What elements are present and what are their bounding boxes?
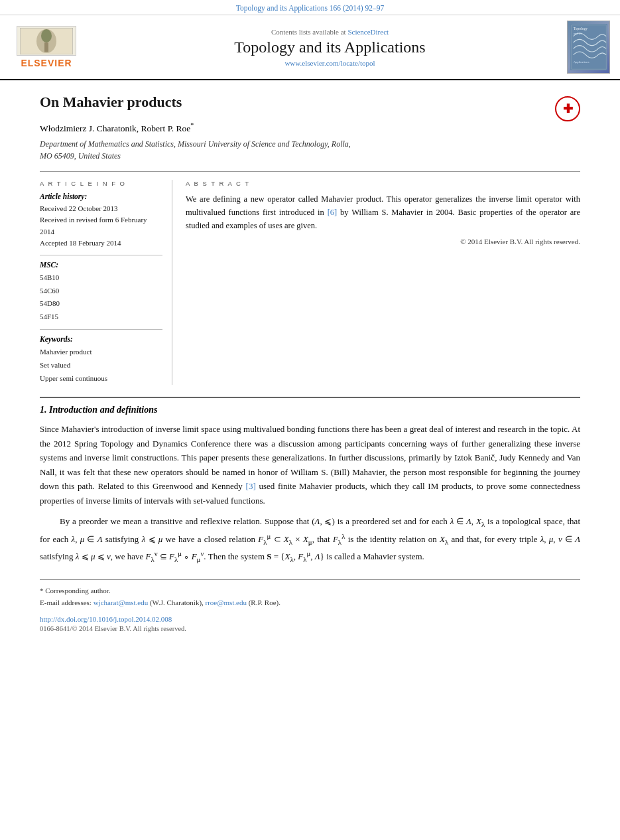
section-1-heading: 1. Introduction and definitions (40, 397, 580, 415)
journal-center: Contents lists available at ScienceDirec… (93, 28, 567, 67)
footnote-area: * Corresponding author. E-mail addresses… (40, 579, 580, 608)
keyword-1: Mahavier product (40, 346, 162, 359)
msc-codes: 54B10 54C60 54D80 54F15 (40, 271, 162, 324)
abstract-text: We are defining a new operator called Ma… (186, 192, 580, 232)
msc-code-3: 54D80 (40, 297, 162, 311)
email-label: E-mail addresses: (40, 598, 92, 606)
footnote-star: * Corresponding author. (40, 585, 580, 597)
svg-point-2 (41, 29, 52, 42)
svg-text:and its: and its (573, 32, 581, 35)
science-direct-link[interactable]: ScienceDirect (347, 28, 389, 36)
msc-code-4: 54F15 (40, 311, 162, 324)
msc-label: MSC: (40, 261, 162, 269)
abstract-column: A B S T R A C T We are defining a new op… (186, 180, 580, 385)
crossmark-icon: ✚ (563, 102, 573, 116)
logo-area: ELSEVIER (7, 24, 93, 70)
abstract-label: A B S T R A C T (186, 180, 580, 187)
elsevier-logo-image (17, 26, 76, 56)
msc-code-2: 54C60 (40, 285, 162, 298)
divider-2 (40, 329, 162, 330)
accepted-date: Accepted 18 February 2014 (40, 239, 121, 247)
article-info-label: A R T I C L E I N F O (40, 180, 162, 187)
revised-date: Received in revised form 6 February 2014 (40, 216, 147, 236)
abstract-copyright: © 2014 Elsevier B.V. All rights reserved… (186, 238, 580, 245)
journal-thumbnail: Topology and its Applications (567, 21, 613, 74)
crossmark-badge[interactable]: ✚ (555, 96, 580, 121)
email-1-link[interactable]: wjcharat@mst.edu (93, 598, 149, 606)
svg-rect-3 (44, 42, 48, 52)
doi-url[interactable]: http://dx.doi.org/10.1016/j.topol.2014.0… (40, 615, 172, 623)
svg-text:Topology: Topology (573, 27, 588, 31)
email-2-link[interactable]: rroe@mst.edu (206, 598, 247, 606)
article-history-text: Received 22 October 2013 Received in rev… (40, 203, 162, 249)
abstract-ref-6[interactable]: [6] (328, 208, 338, 217)
footnote-emails: E-mail addresses: wjcharat@mst.edu (W.J.… (40, 597, 580, 609)
intro-paragraph-1: Since Mahavier's introduction of inverse… (40, 422, 580, 508)
authors: Włodzimierz J. Charatonik, Robert P. Roe… (40, 121, 580, 134)
affiliation: Department of Mathematics and Statistics… (40, 138, 580, 162)
keyword-2: Set valued (40, 359, 162, 372)
article-history-title: Article history: (40, 192, 162, 200)
email-1-name: (W.J. Charatonik), (150, 598, 204, 606)
journal-url: www.elsevier.com/locate/topol (99, 59, 560, 67)
bottom-links: http://dx.doi.org/10.1016/j.topol.2014.0… (40, 615, 580, 632)
article-title: On Mahavier products (40, 94, 182, 111)
keywords-list: Mahavier product Set valued Upper semi c… (40, 346, 162, 385)
received-date: Received 22 October 2013 (40, 204, 118, 212)
elsevier-brand: ELSEVIER (21, 58, 72, 68)
keywords-label: Keywords: (40, 335, 162, 343)
ref-3-link[interactable]: [3] (246, 481, 256, 491)
journal-url-link[interactable]: www.elsevier.com/locate/topol (284, 59, 375, 67)
doi-link: http://dx.doi.org/10.1016/j.topol.2014.0… (40, 615, 580, 623)
email-2-name: (R.P. Roe). (249, 598, 280, 606)
msc-code-1: 54B10 (40, 271, 162, 285)
science-direct-text: Contents lists available at ScienceDirec… (99, 28, 560, 36)
citation-bar: Topology and its Applications 166 (2014)… (0, 0, 620, 15)
keyword-3: Upper semi continuous (40, 372, 162, 385)
svg-text:Applications: Applications (573, 60, 589, 64)
footer-copyright: 0166-8641/© 2014 Elsevier B.V. All right… (40, 625, 580, 632)
intro-paragraph-2: By a preorder we mean a transitive and r… (40, 514, 580, 566)
journal-cover-image: Topology and its Applications (567, 21, 610, 74)
citation-link[interactable]: Topology and its Applications 166 (2014)… (236, 4, 384, 12)
divider (40, 255, 162, 255)
article-info-column: A R T I C L E I N F O Article history: R… (40, 180, 172, 385)
article-info-abstract-section: A R T I C L E I N F O Article history: R… (40, 171, 580, 385)
article-content: On Mahavier products ✚ Włodzimierz J. Ch… (0, 80, 620, 646)
corresponding-author-marker: * (190, 121, 194, 129)
elsevier-logo: ELSEVIER (7, 24, 86, 70)
title-row: On Mahavier products ✚ (40, 94, 580, 121)
journal-title: Topology and its Applications (99, 38, 560, 56)
journal-header: ELSEVIER Contents lists available at Sci… (0, 15, 620, 80)
